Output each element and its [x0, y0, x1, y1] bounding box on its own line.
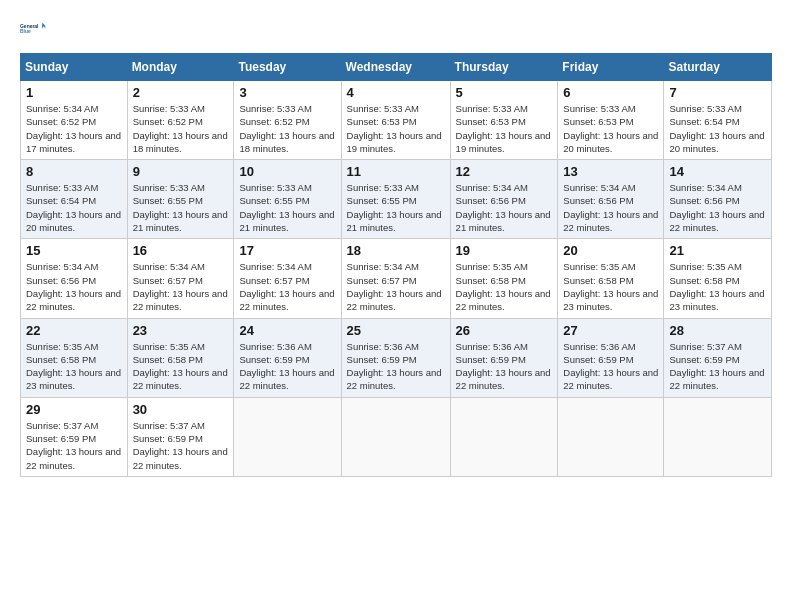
- day-info: Sunrise: 5:34 AMSunset: 6:52 PMDaylight:…: [26, 102, 122, 155]
- calendar-cell: [341, 397, 450, 476]
- calendar-cell: 9Sunrise: 5:33 AMSunset: 6:55 PMDaylight…: [127, 160, 234, 239]
- calendar-cell: 11Sunrise: 5:33 AMSunset: 6:55 PMDayligh…: [341, 160, 450, 239]
- day-number: 24: [239, 323, 335, 338]
- calendar-row: 22Sunrise: 5:35 AMSunset: 6:58 PMDayligh…: [21, 318, 772, 397]
- day-info: Sunrise: 5:37 AMSunset: 6:59 PMDaylight:…: [26, 419, 122, 472]
- day-number: 28: [669, 323, 766, 338]
- calendar-cell: 10Sunrise: 5:33 AMSunset: 6:55 PMDayligh…: [234, 160, 341, 239]
- calendar-cell: [450, 397, 558, 476]
- day-info: Sunrise: 5:36 AMSunset: 6:59 PMDaylight:…: [456, 340, 553, 393]
- calendar-row: 1Sunrise: 5:34 AMSunset: 6:52 PMDaylight…: [21, 81, 772, 160]
- header-saturday: Saturday: [664, 54, 772, 81]
- calendar-cell: 20Sunrise: 5:35 AMSunset: 6:58 PMDayligh…: [558, 239, 664, 318]
- calendar-cell: 5Sunrise: 5:33 AMSunset: 6:53 PMDaylight…: [450, 81, 558, 160]
- logo: GeneralBlue: [20, 15, 48, 43]
- day-number: 21: [669, 243, 766, 258]
- day-number: 27: [563, 323, 658, 338]
- day-info: Sunrise: 5:34 AMSunset: 6:57 PMDaylight:…: [347, 260, 445, 313]
- header-monday: Monday: [127, 54, 234, 81]
- day-info: Sunrise: 5:36 AMSunset: 6:59 PMDaylight:…: [347, 340, 445, 393]
- header-tuesday: Tuesday: [234, 54, 341, 81]
- day-info: Sunrise: 5:33 AMSunset: 6:52 PMDaylight:…: [133, 102, 229, 155]
- day-number: 12: [456, 164, 553, 179]
- day-number: 11: [347, 164, 445, 179]
- day-number: 14: [669, 164, 766, 179]
- calendar-row: 29Sunrise: 5:37 AMSunset: 6:59 PMDayligh…: [21, 397, 772, 476]
- calendar-cell: 14Sunrise: 5:34 AMSunset: 6:56 PMDayligh…: [664, 160, 772, 239]
- day-info: Sunrise: 5:33 AMSunset: 6:53 PMDaylight:…: [347, 102, 445, 155]
- day-info: Sunrise: 5:33 AMSunset: 6:55 PMDaylight:…: [347, 181, 445, 234]
- calendar-cell: 8Sunrise: 5:33 AMSunset: 6:54 PMDaylight…: [21, 160, 128, 239]
- calendar-cell: 15Sunrise: 5:34 AMSunset: 6:56 PMDayligh…: [21, 239, 128, 318]
- day-info: Sunrise: 5:35 AMSunset: 6:58 PMDaylight:…: [563, 260, 658, 313]
- day-info: Sunrise: 5:37 AMSunset: 6:59 PMDaylight:…: [669, 340, 766, 393]
- day-info: Sunrise: 5:34 AMSunset: 6:56 PMDaylight:…: [26, 260, 122, 313]
- calendar-cell: 25Sunrise: 5:36 AMSunset: 6:59 PMDayligh…: [341, 318, 450, 397]
- day-number: 26: [456, 323, 553, 338]
- day-number: 23: [133, 323, 229, 338]
- day-number: 10: [239, 164, 335, 179]
- calendar-cell: 17Sunrise: 5:34 AMSunset: 6:57 PMDayligh…: [234, 239, 341, 318]
- calendar-cell: 19Sunrise: 5:35 AMSunset: 6:58 PMDayligh…: [450, 239, 558, 318]
- day-number: 30: [133, 402, 229, 417]
- day-number: 6: [563, 85, 658, 100]
- day-number: 5: [456, 85, 553, 100]
- svg-text:General: General: [20, 24, 39, 29]
- header: GeneralBlue: [20, 15, 772, 43]
- day-number: 25: [347, 323, 445, 338]
- day-info: Sunrise: 5:36 AMSunset: 6:59 PMDaylight:…: [239, 340, 335, 393]
- day-info: Sunrise: 5:33 AMSunset: 6:52 PMDaylight:…: [239, 102, 335, 155]
- calendar-cell: 6Sunrise: 5:33 AMSunset: 6:53 PMDaylight…: [558, 81, 664, 160]
- day-info: Sunrise: 5:34 AMSunset: 6:57 PMDaylight:…: [239, 260, 335, 313]
- day-number: 18: [347, 243, 445, 258]
- day-number: 1: [26, 85, 122, 100]
- header-sunday: Sunday: [21, 54, 128, 81]
- day-number: 13: [563, 164, 658, 179]
- calendar-body: 1Sunrise: 5:34 AMSunset: 6:52 PMDaylight…: [21, 81, 772, 477]
- day-number: 9: [133, 164, 229, 179]
- calendar-row: 15Sunrise: 5:34 AMSunset: 6:56 PMDayligh…: [21, 239, 772, 318]
- day-info: Sunrise: 5:36 AMSunset: 6:59 PMDaylight:…: [563, 340, 658, 393]
- day-number: 17: [239, 243, 335, 258]
- day-info: Sunrise: 5:35 AMSunset: 6:58 PMDaylight:…: [26, 340, 122, 393]
- day-info: Sunrise: 5:34 AMSunset: 6:57 PMDaylight:…: [133, 260, 229, 313]
- day-info: Sunrise: 5:33 AMSunset: 6:54 PMDaylight:…: [669, 102, 766, 155]
- day-number: 8: [26, 164, 122, 179]
- calendar-cell: 23Sunrise: 5:35 AMSunset: 6:58 PMDayligh…: [127, 318, 234, 397]
- day-number: 2: [133, 85, 229, 100]
- calendar-page: GeneralBlue SundayMondayTuesdayWednesday…: [0, 0, 792, 612]
- calendar-cell: 2Sunrise: 5:33 AMSunset: 6:52 PMDaylight…: [127, 81, 234, 160]
- calendar-cell: [664, 397, 772, 476]
- day-info: Sunrise: 5:35 AMSunset: 6:58 PMDaylight:…: [456, 260, 553, 313]
- day-info: Sunrise: 5:35 AMSunset: 6:58 PMDaylight:…: [669, 260, 766, 313]
- day-number: 20: [563, 243, 658, 258]
- header-row: SundayMondayTuesdayWednesdayThursdayFrid…: [21, 54, 772, 81]
- calendar-cell: 12Sunrise: 5:34 AMSunset: 6:56 PMDayligh…: [450, 160, 558, 239]
- calendar-cell: [558, 397, 664, 476]
- calendar-cell: [234, 397, 341, 476]
- day-number: 15: [26, 243, 122, 258]
- day-info: Sunrise: 5:35 AMSunset: 6:58 PMDaylight:…: [133, 340, 229, 393]
- day-number: 3: [239, 85, 335, 100]
- svg-text:Blue: Blue: [20, 29, 31, 34]
- day-number: 7: [669, 85, 766, 100]
- calendar-row: 8Sunrise: 5:33 AMSunset: 6:54 PMDaylight…: [21, 160, 772, 239]
- calendar-cell: 29Sunrise: 5:37 AMSunset: 6:59 PMDayligh…: [21, 397, 128, 476]
- calendar-cell: 13Sunrise: 5:34 AMSunset: 6:56 PMDayligh…: [558, 160, 664, 239]
- header-wednesday: Wednesday: [341, 54, 450, 81]
- logo-icon: GeneralBlue: [20, 15, 48, 43]
- day-info: Sunrise: 5:33 AMSunset: 6:54 PMDaylight:…: [26, 181, 122, 234]
- calendar-table: SundayMondayTuesdayWednesdayThursdayFrid…: [20, 53, 772, 477]
- calendar-cell: 16Sunrise: 5:34 AMSunset: 6:57 PMDayligh…: [127, 239, 234, 318]
- day-number: 29: [26, 402, 122, 417]
- day-info: Sunrise: 5:33 AMSunset: 6:53 PMDaylight:…: [456, 102, 553, 155]
- calendar-cell: 7Sunrise: 5:33 AMSunset: 6:54 PMDaylight…: [664, 81, 772, 160]
- day-info: Sunrise: 5:34 AMSunset: 6:56 PMDaylight:…: [456, 181, 553, 234]
- day-number: 22: [26, 323, 122, 338]
- calendar-header: SundayMondayTuesdayWednesdayThursdayFrid…: [21, 54, 772, 81]
- calendar-cell: 27Sunrise: 5:36 AMSunset: 6:59 PMDayligh…: [558, 318, 664, 397]
- day-info: Sunrise: 5:33 AMSunset: 6:55 PMDaylight:…: [239, 181, 335, 234]
- calendar-cell: 28Sunrise: 5:37 AMSunset: 6:59 PMDayligh…: [664, 318, 772, 397]
- calendar-cell: 4Sunrise: 5:33 AMSunset: 6:53 PMDaylight…: [341, 81, 450, 160]
- day-number: 16: [133, 243, 229, 258]
